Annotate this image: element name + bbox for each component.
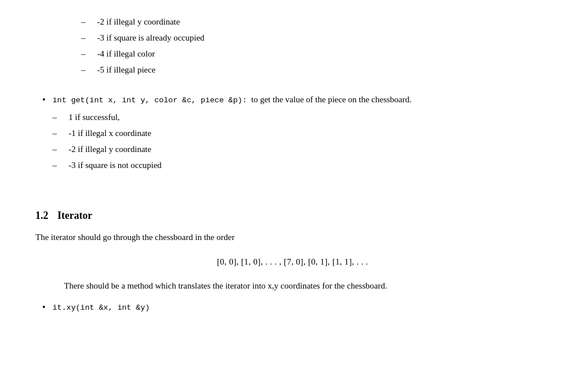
list-item: 1 if successful, [53,110,550,124]
list-item-text: -3 if square is not occupied [69,161,162,170]
set-return-list: -2 if illegal y coordinate -3 if square … [81,15,550,77]
list-item-text: -2 if illegal y coordinate [97,17,180,26]
math-sequence: [0, 0], [1, 0], . . . , [7, 0], [0, 1], … [35,255,550,269]
iterator-method-signature: it.xy(int &x, int &y) [53,303,150,312]
list-item: -4 if illegal color [81,47,550,61]
get-method-item: int get(int x, int y, color &c, piece &p… [35,93,550,172]
list-item-text: 1 if successful, [69,113,120,122]
list-item: -2 if illegal y coordinate [53,142,550,156]
section-1-2-title: 1.2 Iterator [35,207,550,224]
list-item-text: -2 if illegal y coordinate [69,145,151,154]
page-content: -2 if illegal y coordinate -3 if square … [35,15,550,314]
iterator-method-list: it.xy(int &x, int &y) [35,300,550,314]
list-item: -2 if illegal y coordinate [81,15,550,29]
translate-description: There should be a method which translate… [64,279,550,293]
iterator-description: The iterator should go through the chess… [35,230,550,245]
list-item-text: -1 if illegal x coordinate [69,129,151,138]
get-method-list: int get(int x, int y, color &c, piece &p… [35,93,550,172]
iterator-method-item: it.xy(int &x, int &y) [35,300,550,314]
list-item-text: -3 if square is already occupied [97,33,205,42]
list-item: -3 if square is already occupied [81,31,550,45]
get-return-list: 1 if successful, -1 if illegal x coordin… [53,110,550,172]
list-item: -1 if illegal x coordinate [53,126,550,140]
list-item: -5 if illegal piece [81,63,550,77]
list-item: -3 if square is not occupied [53,158,550,172]
list-item-text: -5 if illegal piece [97,65,155,74]
get-method-signature: int get(int x, int y, color &c, piece &p… [53,95,412,104]
list-item-text: -4 if illegal color [97,49,155,58]
